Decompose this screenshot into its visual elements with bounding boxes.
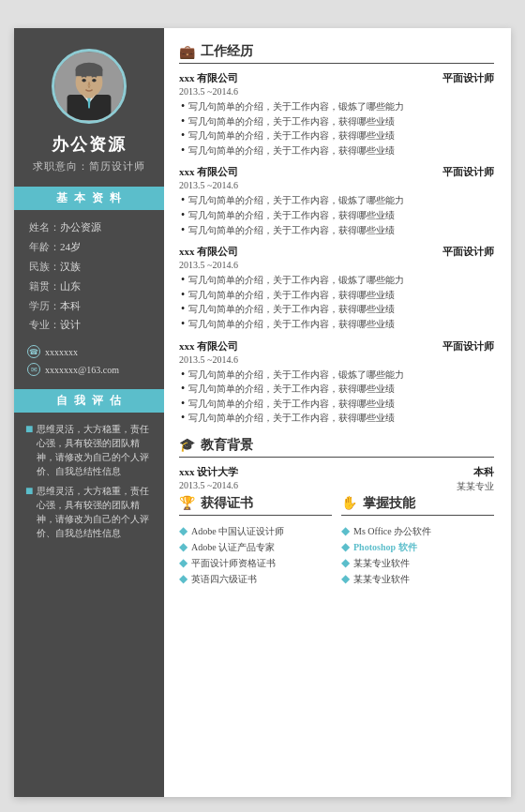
edu-icon: 🎓 (179, 437, 195, 453)
edu-entries: xxx 设计大学 2013.5 ~2014.6 本科 某某专业 (179, 465, 494, 493)
list-item: •写几句简单的介绍，关于工作内容，获得哪些业绩 (181, 382, 494, 397)
edu-degree: 本科 (457, 465, 494, 479)
skill-col: ✋ 掌握技能 ◆Ms Office 办公软件◆Photoshop 软件◆某某专业… (341, 495, 494, 587)
edu-section-title: 🎓 教育背景 (179, 437, 494, 458)
list-item: •写几句简单的介绍，关于工作内容，获得哪些业绩 (181, 302, 494, 317)
job-bullets: •写几句简单的介绍，关于工作内容，锻炼了哪些能力•写几句简单的介绍，关于工作内容… (179, 368, 494, 426)
self-eval-section: ■思维灵活，大方稳重，责任心强，具有较强的团队精神，请修改为自己的个人评价、自我… (14, 416, 164, 540)
basic-info-row: 年龄：24岁 (29, 237, 149, 257)
job-bullets: •写几句简单的介绍，关于工作内容，锻炼了哪些能力•写几句简单的介绍，关于工作内容… (179, 193, 494, 237)
page-outer: 办公资源 求职意向：简历设计师 基 本 资 料 姓名：办公资源年龄：24岁民族：… (0, 0, 525, 812)
contact-icon: ☎ (27, 345, 40, 358)
svg-point-8 (82, 79, 86, 83)
resume-page: 办公资源 求职意向：简历设计师 基 本 资 料 姓名：办公资源年龄：24岁民族：… (14, 28, 511, 797)
skill-icon: ✋ (341, 495, 357, 511)
edu-major: 某某专业 (457, 480, 494, 493)
list-item: •写几句简单的介绍，关于工作内容，获得哪些业绩 (181, 317, 494, 332)
skill-section-title: ✋ 掌握技能 (341, 495, 494, 516)
list-item: ◆某某专业软件 (341, 555, 494, 571)
list-item: •写几句简单的介绍，关于工作内容，获得哪些业绩 (181, 397, 494, 412)
position-title: 平面设计师 (442, 245, 494, 259)
job-bullets: •写几句简单的介绍，关于工作内容，锻炼了哪些能力•写几句简单的介绍，关于工作内容… (179, 273, 494, 331)
page-content-wrap: 办公资源 求职意向：简历设计师 基 本 资 料 姓名：办公资源年龄：24岁民族：… (0, 0, 525, 812)
cert-icon: 🏆 (179, 495, 195, 511)
basic-info-row: 学历：本科 (29, 296, 149, 316)
company-name: xxx 有限公司 (179, 71, 238, 85)
table-row: xxx 有限公司 平面设计师 2013.5 ~2014.6 •写几句简单的介绍，… (179, 165, 494, 237)
basic-info-row: 专业：设计 (29, 315, 149, 335)
list-item: ◆Adobe 认证产品专家 (179, 539, 332, 555)
candidate-name: 办公资源 (52, 133, 127, 156)
list-item: •写几句简单的介绍，关于工作内容，获得哪些业绩 (181, 288, 494, 303)
sidebar: 办公资源 求职意向：简历设计师 基 本 资 料 姓名：办公资源年龄：24岁民族：… (14, 28, 164, 797)
work-entries: xxx 有限公司 平面设计师 2013.5 ~2014.6 •写几句简单的介绍，… (179, 71, 494, 426)
table-row: xxx 有限公司 平面设计师 2013.5 ~2014.6 •写几句简单的介绍，… (179, 71, 494, 158)
work-icon: 💼 (179, 44, 195, 60)
contact-icon: ✉ (27, 363, 40, 376)
self-eval-item: ■思维灵活，大方稳重，责任心强，具有较强的团队精神，请修改为自己的个人评价、自我… (25, 484, 153, 540)
list-item: ◆Photoshop 软件 (341, 539, 494, 555)
list-item: •写几句简单的介绍，关于工作内容，锻炼了哪些能力 (181, 193, 494, 208)
basic-info-row: 籍贯：山东 (29, 277, 149, 296)
avatar-image (55, 53, 123, 120)
contact-section: ☎xxxxxxx✉xxxxxxx@163.com (14, 335, 164, 376)
job-date: 2013.5 ~2014.6 (179, 354, 494, 365)
list-item: ◆Ms Office 办公软件 (341, 523, 494, 539)
list-item: •写几句简单的介绍，关于工作内容，获得哪些业绩 (181, 208, 494, 223)
list-item: •写几句简单的介绍，关于工作内容，锻炼了哪些能力 (181, 368, 494, 383)
job-seek-label: 求职意向：简历设计师 (33, 159, 145, 173)
svg-rect-7 (76, 69, 103, 76)
avatar (52, 49, 127, 124)
list-item: ◆某某专业软件 (341, 571, 494, 587)
svg-point-9 (92, 79, 97, 83)
basic-section-header: 基 本 资 料 (14, 187, 164, 210)
contact-row: ✉xxxxxxx@163.com (27, 363, 151, 376)
list-item: •写几句简单的介绍，关于工作内容，获得哪些业绩 (181, 128, 494, 143)
position-title: 平面设计师 (442, 339, 494, 353)
edu-date: 2013.5 ~2014.6 (179, 480, 238, 490)
table-row: xxx 有限公司 平面设计师 2013.5 ~2014.6 •写几句简单的介绍，… (179, 245, 494, 331)
list-item: •写几句简单的介绍，关于工作内容，获得哪些业绩 (181, 143, 494, 158)
skill-items: ◆Ms Office 办公软件◆Photoshop 软件◆某某专业软件◆某某专业… (341, 523, 494, 587)
basic-info-row: 民族：汉族 (29, 257, 149, 277)
company-name: xxx 有限公司 (179, 165, 238, 179)
job-date: 2013.5 ~2014.6 (179, 180, 494, 190)
contact-row: ☎xxxxxxx (27, 345, 151, 358)
self-eval-section-header: 自 我 评 估 (14, 389, 164, 413)
cert-items: ◆Adobe 中国认证设计师◆Adobe 认证产品专家◆平面设计师资格证书◆英语… (179, 523, 332, 587)
list-item: ◆平面设计师资格证书 (179, 555, 332, 571)
self-eval-item: ■思维灵活，大方稳重，责任心强，具有较强的团队精神，请修改为自己的个人评价、自我… (25, 422, 153, 478)
company-name: xxx 有限公司 (179, 245, 238, 259)
cert-col: 🏆 获得证书 ◆Adobe 中国认证设计师◆Adobe 认证产品专家◆平面设计师… (179, 495, 332, 587)
work-section-title: 💼 工作经历 (179, 43, 494, 64)
list-item: •写几句简单的介绍，关于工作内容，获得哪些业绩 (181, 411, 494, 426)
school-name: xxx 设计大学 (179, 465, 238, 479)
job-date: 2013.5 ~2014.6 (179, 86, 494, 97)
list-item: •写几句简单的介绍，关于工作内容，获得哪些业绩 (181, 223, 494, 238)
position-title: 平面设计师 (442, 165, 494, 179)
table-row: xxx 设计大学 2013.5 ~2014.6 本科 某某专业 (179, 465, 494, 493)
table-row: xxx 有限公司 平面设计师 2013.5 ~2014.6 •写几句简单的介绍，… (179, 339, 494, 426)
cert-section-title: 🏆 获得证书 (179, 495, 332, 516)
basic-info-section: 姓名：办公资源年龄：24岁民族：汉族籍贯：山东学历：本科专业：设计 (14, 210, 164, 335)
cert-skill-row: 🏆 获得证书 ◆Adobe 中国认证设计师◆Adobe 认证产品专家◆平面设计师… (179, 495, 494, 587)
list-item: •写几句简单的介绍，关于工作内容，锻炼了哪些能力 (181, 273, 494, 288)
job-date: 2013.5 ~2014.6 (179, 260, 494, 270)
company-name: xxx 有限公司 (179, 339, 238, 353)
basic-info-row: 姓名：办公资源 (29, 218, 149, 237)
list-item: •写几句简单的介绍，关于工作内容，获得哪些业绩 (181, 114, 494, 129)
position-title: 平面设计师 (442, 71, 494, 85)
list-item: •写几句简单的介绍，关于工作内容，锻炼了哪些能力 (181, 99, 494, 114)
job-bullets: •写几句简单的介绍，关于工作内容，锻炼了哪些能力•写几句简单的介绍，关于工作内容… (179, 99, 494, 158)
list-item: ◆英语四六级证书 (179, 571, 332, 587)
main-content: 💼 工作经历 xxx 有限公司 平面设计师 2013.5 ~2014.6 •写几… (164, 28, 511, 797)
list-item: ◆Adobe 中国认证设计师 (179, 523, 332, 539)
